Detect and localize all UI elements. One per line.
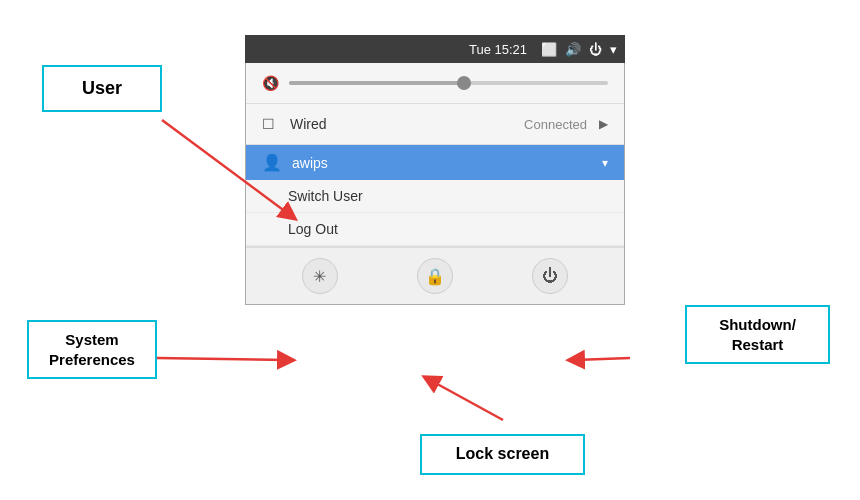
switch-user-item[interactable]: Switch User bbox=[246, 180, 624, 213]
user-annotation-label: User bbox=[82, 78, 122, 98]
network-section: ☐ Wired Connected ▶ bbox=[246, 104, 624, 145]
volume-thumb[interactable] bbox=[457, 76, 471, 90]
volume-topbar-icon[interactable]: 🔊 bbox=[565, 42, 581, 57]
switch-user-label: Switch User bbox=[288, 188, 363, 204]
svg-line-2 bbox=[575, 358, 630, 360]
chevron-down-icon[interactable]: ▾ bbox=[610, 42, 617, 57]
lock-label: Lock screen bbox=[456, 445, 549, 462]
network-label: Wired bbox=[290, 116, 512, 132]
shutdown-label: Shutdown/Restart bbox=[719, 316, 796, 353]
network-chevron-icon[interactable]: ▶ bbox=[599, 117, 608, 131]
bottom-actions: ✳ 🔒 ⏻ bbox=[246, 247, 624, 304]
screenshot-topbar-icon[interactable]: ⬜ bbox=[541, 42, 557, 57]
volume-section: 🔇 bbox=[246, 63, 624, 104]
log-out-label: Log Out bbox=[288, 221, 338, 237]
preferences-icon: ✳ bbox=[313, 267, 326, 286]
username-label: awips bbox=[292, 155, 592, 171]
system-panel: Tue 15:21 ⬜ 🔊 ⏻ ▾ 🔇 ☐ Wired Connected ▶ … bbox=[245, 35, 625, 305]
network-status: Connected bbox=[524, 117, 587, 132]
volume-fill bbox=[289, 81, 464, 85]
shutdown-annotation: Shutdown/Restart bbox=[685, 305, 830, 364]
system-preferences-button[interactable]: ✳ bbox=[302, 258, 338, 294]
svg-line-1 bbox=[157, 358, 287, 360]
wired-icon: ☐ bbox=[262, 116, 278, 132]
mute-icon[interactable]: 🔇 bbox=[262, 75, 279, 91]
volume-slider[interactable] bbox=[289, 81, 608, 85]
top-bar: Tue 15:21 ⬜ 🔊 ⏻ ▾ bbox=[245, 35, 625, 63]
user-section[interactable]: 👤 awips ▾ bbox=[246, 145, 624, 180]
user-chevron-icon: ▾ bbox=[602, 156, 608, 170]
lock-icon: 🔒 bbox=[425, 267, 445, 286]
user-annotation: User bbox=[42, 65, 162, 112]
svg-line-3 bbox=[430, 380, 503, 420]
log-out-item[interactable]: Log Out bbox=[246, 213, 624, 246]
clock: Tue 15:21 bbox=[469, 42, 527, 57]
power-icon: ⏻ bbox=[542, 267, 558, 285]
dropdown-panel: 🔇 ☐ Wired Connected ▶ 👤 awips ▾ Switch U… bbox=[245, 63, 625, 305]
lock-annotation: Lock screen bbox=[420, 434, 585, 475]
system-prefs-annotation: SystemPreferences bbox=[27, 320, 157, 379]
user-avatar-icon: 👤 bbox=[262, 153, 282, 172]
system-prefs-label: SystemPreferences bbox=[49, 331, 135, 368]
power-topbar-icon[interactable]: ⏻ bbox=[589, 42, 602, 57]
shutdown-button[interactable]: ⏻ bbox=[532, 258, 568, 294]
lock-screen-button[interactable]: 🔒 bbox=[417, 258, 453, 294]
